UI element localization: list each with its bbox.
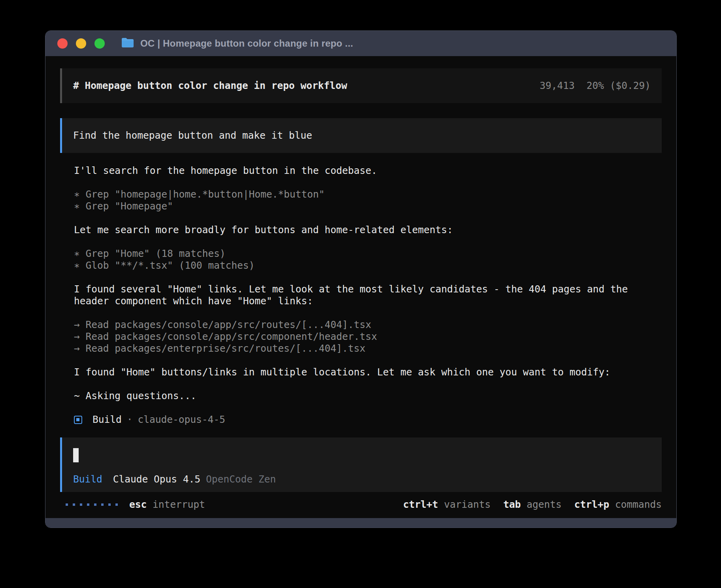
shortcut-key: esc — [129, 499, 147, 510]
read-tool-call: → Read packages/enterprise/src/routes/[.… — [74, 343, 662, 354]
commands-hint: ctrl+p commands — [574, 499, 662, 511]
grep-tool-call: ∗ Grep "Home" (18 matches) — [74, 248, 662, 260]
app-window: OC | Homepage button color change in rep… — [45, 30, 677, 528]
spinner-dots — [66, 503, 123, 506]
assistant-message: I found "Home" buttons/links in multiple… — [74, 366, 662, 378]
shortcut-key: tab — [503, 499, 521, 510]
model-name: claude-opus-4-5 — [138, 414, 225, 426]
prompt-input[interactable]: Build Claude Opus 4.5 OpenCode Zen — [60, 437, 662, 492]
variants-hint: ctrl+t variants — [403, 499, 491, 511]
session-header: # Homepage button color change in repo w… — [60, 68, 662, 103]
status-bar: esc interrupt ctrl+t variants tab agents… — [60, 498, 662, 511]
prompt-meta: Build Claude Opus 4.5 OpenCode Zen — [73, 473, 276, 485]
text-cursor — [73, 448, 79, 462]
status-bar-right: ctrl+t variants tab agents ctrl+p comman… — [391, 499, 662, 511]
transcript: I'll search for the homepage button in t… — [74, 165, 662, 437]
user-message-text: Find the homepage button and make it blu… — [73, 130, 312, 141]
minimize-button[interactable] — [76, 38, 86, 49]
close-button[interactable] — [57, 38, 68, 49]
window-titlebar[interactable]: OC | Homepage button color change in rep… — [45, 31, 676, 56]
session-title: # Homepage button color change in repo w… — [73, 80, 347, 92]
shortcut-label: variants — [444, 499, 491, 510]
context-usage: 20% ($0.29) — [587, 80, 651, 92]
folder-icon — [121, 37, 134, 50]
zoom-button[interactable] — [94, 38, 105, 49]
desktop-background: { "window": { "title": "OC | Homepage bu… — [0, 0, 721, 588]
shortcut-label: commands — [615, 499, 662, 510]
shortcut-key: ctrl+p — [574, 499, 610, 510]
token-count: 39,413 — [540, 80, 575, 92]
shortcut-label: interrupt — [153, 499, 205, 510]
separator-dot: · — [127, 414, 133, 426]
assistant-message: I'll search for the homepage button in t… — [74, 165, 662, 177]
interrupt-hint: esc interrupt — [129, 499, 205, 511]
glob-tool-call: ∗ Glob "**/*.tsx" (100 matches) — [74, 260, 662, 271]
window-title: OC | Homepage button color change in rep… — [140, 38, 353, 49]
read-tool-call: → Read packages/console/app/src/componen… — [74, 331, 662, 343]
session-stats: 39,413 20% ($0.29) — [540, 80, 651, 92]
terminal-content: # Homepage button color change in repo w… — [45, 56, 676, 518]
agent-status-line: Build · claude-opus-4-5 — [74, 414, 662, 426]
agent-name: Build — [92, 414, 122, 426]
status-bar-left: esc interrupt — [66, 499, 205, 511]
build-agent-icon — [74, 416, 82, 424]
prompt-model-label[interactable]: Claude Opus 4.5 — [113, 473, 200, 485]
assistant-message: I found several "Home" links. Let me loo… — [74, 283, 662, 307]
prompt-provider-label: OpenCode Zen — [206, 473, 276, 485]
grep-tool-call: ∗ Grep "homepage|home.*button|Home.*butt… — [74, 188, 662, 200]
asking-questions-status: ~ Asking questions... — [74, 390, 662, 402]
user-message: Find the homepage button and make it blu… — [60, 118, 662, 153]
agents-hint: tab agents — [503, 499, 562, 511]
prompt-agent-label[interactable]: Build — [73, 473, 102, 485]
grep-tool-call: ∗ Grep "Homepage" — [74, 200, 662, 212]
read-tool-call: → Read packages/console/app/src/routes/[… — [74, 319, 662, 331]
window-footer — [45, 518, 676, 528]
assistant-message: Let me search more broadly for buttons a… — [74, 224, 662, 236]
shortcut-key: ctrl+t — [403, 499, 438, 510]
shortcut-label: agents — [527, 499, 562, 510]
